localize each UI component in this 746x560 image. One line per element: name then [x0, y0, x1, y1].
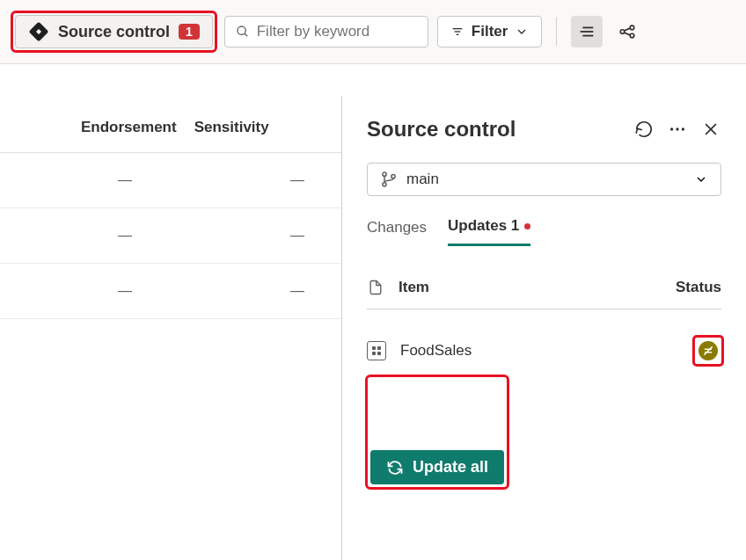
search-input-wrapper[interactable] — [224, 16, 428, 47]
search-icon — [236, 24, 250, 40]
table-row[interactable]: — — — [0, 208, 341, 264]
chevron-down-icon — [515, 25, 529, 39]
svg-point-17 — [383, 172, 386, 176]
update-all-button[interactable]: Update all — [370, 450, 504, 484]
cell-endorsement: — — [0, 172, 176, 188]
banner-area — [0, 64, 746, 96]
cell-sensitivity: — — [176, 228, 341, 244]
tab-updates[interactable]: Updates 1 — [448, 217, 530, 246]
panel-tabs: Changes Updates 1 — [367, 217, 721, 247]
header-item: Item — [399, 279, 429, 296]
lineage-view-button[interactable] — [611, 16, 643, 47]
svg-point-19 — [391, 175, 395, 178]
branch-dropdown[interactable]: main — [367, 163, 721, 196]
close-button[interactable] — [700, 119, 721, 140]
header-endorsement[interactable]: Endorsement — [0, 119, 177, 136]
close-icon — [702, 120, 720, 138]
updates-list-header: Item Status — [367, 279, 721, 309]
svg-point-10 — [631, 25, 635, 30]
source-control-button[interactable]: Source control 1 — [15, 15, 213, 48]
svg-point-12 — [670, 127, 673, 130]
svg-point-11 — [631, 33, 635, 38]
source-control-label: Source control — [58, 23, 170, 41]
source-control-icon — [28, 21, 49, 42]
filter-label: Filter — [472, 23, 508, 40]
cell-endorsement: — — [0, 283, 176, 299]
top-toolbar: Source control 1 Filter — [0, 0, 746, 64]
search-input[interactable] — [257, 23, 417, 40]
branch-icon — [380, 171, 398, 188]
chevron-down-icon — [694, 172, 708, 186]
more-icon — [668, 120, 687, 139]
more-options-button[interactable] — [667, 119, 688, 140]
filter-icon — [450, 25, 464, 39]
sync-icon — [386, 459, 404, 476]
cell-endorsement: — — [0, 228, 176, 244]
main-area: Endorsement Sensitivity — — — — — — Sour… — [0, 96, 746, 560]
source-control-highlight: Source control 1 — [12, 12, 216, 51]
table-headers: Endorsement Sensitivity — [0, 96, 341, 153]
tab-changes[interactable]: Changes — [367, 217, 427, 246]
cell-sensitivity: — — [176, 283, 341, 299]
svg-point-1 — [238, 26, 245, 34]
cell-sensitivity: — — [176, 172, 341, 188]
svg-point-18 — [383, 183, 386, 186]
header-status: Status — [676, 279, 721, 296]
toolbar-divider — [556, 18, 557, 46]
svg-line-2 — [245, 33, 247, 36]
branch-name: main — [406, 171, 439, 188]
filter-button[interactable]: Filter — [437, 16, 543, 47]
table-row[interactable]: — — — [0, 153, 341, 208]
svg-point-14 — [682, 127, 684, 130]
left-column: Endorsement Sensitivity — — — — — — — [0, 96, 342, 560]
table-row[interactable]: — — — [0, 264, 341, 319]
refresh-button[interactable] — [633, 119, 655, 140]
item-type-icon — [367, 341, 386, 360]
lineage-icon — [618, 22, 637, 41]
panel-actions — [633, 119, 721, 140]
svg-line-22 — [704, 346, 712, 354]
status-highlight — [695, 338, 721, 364]
source-control-panel: Source control main — [342, 96, 746, 560]
update-all-highlight: Update all — [367, 376, 508, 488]
refresh-icon — [634, 120, 654, 139]
updates-indicator-dot — [524, 223, 530, 229]
source-control-badge: 1 — [179, 24, 200, 40]
list-view-icon — [577, 22, 596, 41]
list-view-button[interactable] — [571, 16, 603, 47]
panel-header: Source control — [367, 117, 721, 142]
list-item[interactable]: FoodSales — [367, 325, 721, 376]
file-icon — [367, 279, 384, 296]
status-conflict-icon — [698, 341, 718, 360]
header-sensitivity[interactable]: Sensitivity — [177, 119, 341, 136]
item-name: FoodSales — [400, 342, 472, 360]
svg-point-13 — [676, 127, 678, 130]
panel-title: Source control — [367, 117, 516, 142]
